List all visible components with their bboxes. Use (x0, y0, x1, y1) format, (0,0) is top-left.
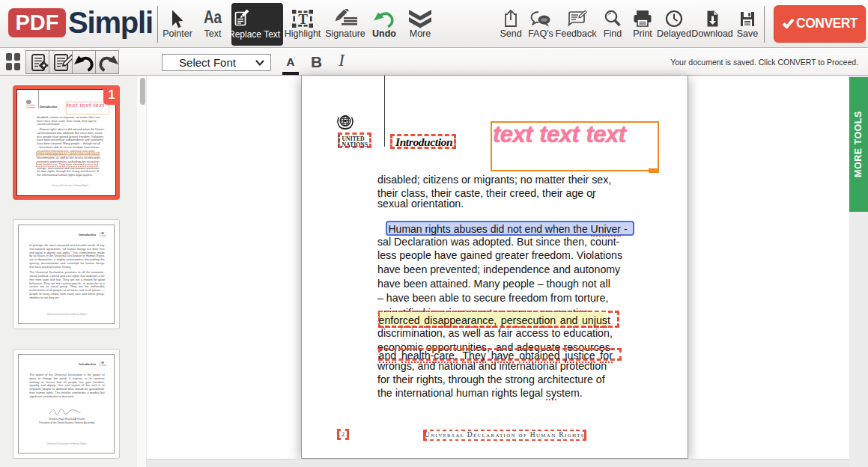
svg-text:T: T (298, 11, 308, 27)
